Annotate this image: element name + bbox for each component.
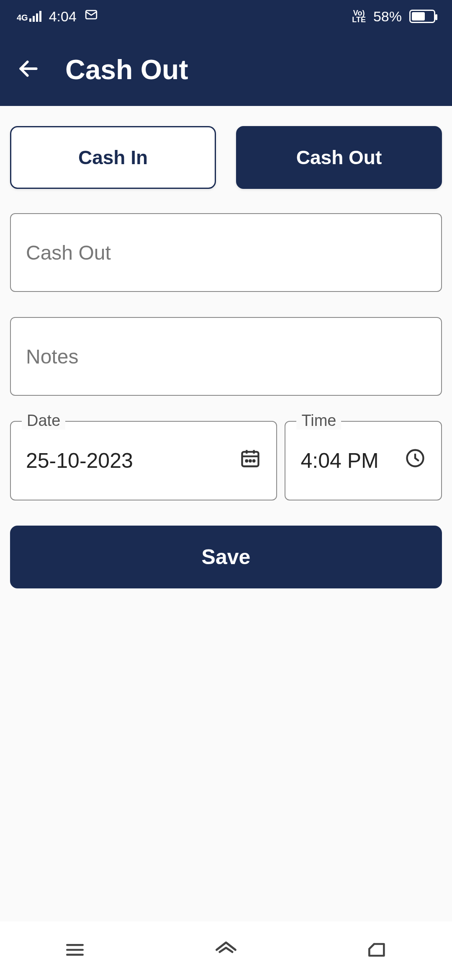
save-button[interactable]: Save xyxy=(10,526,442,588)
clock-icon xyxy=(404,447,426,474)
time-fieldset: Time 4:04 PM xyxy=(285,421,442,500)
calendar-icon xyxy=(239,447,261,474)
clock: 4:04 xyxy=(49,8,77,25)
svg-point-7 xyxy=(250,460,251,462)
amount-field-wrapper: Cash Out xyxy=(10,213,442,292)
date-time-row: Date 25-10-2023 Time 4:04 PM xyxy=(10,421,442,500)
notes-input[interactable]: Notes xyxy=(10,317,442,396)
date-value: 25-10-2023 xyxy=(26,449,133,473)
recent-apps-button[interactable] xyxy=(63,938,87,963)
notes-placeholder: Notes xyxy=(26,345,78,368)
date-input[interactable]: 25-10-2023 xyxy=(10,421,277,500)
home-button[interactable] xyxy=(213,937,239,964)
battery-icon xyxy=(409,10,435,23)
content-area: Cash In Cash Out Cash Out Notes Date 25-… xyxy=(0,106,452,588)
transaction-type-toggle: Cash In Cash Out xyxy=(10,126,442,189)
amount-input[interactable]: Cash Out xyxy=(10,213,442,292)
mail-icon xyxy=(84,8,98,25)
notes-field-wrapper: Notes xyxy=(10,317,442,396)
network-icon: 4G xyxy=(17,11,41,22)
back-nav-button[interactable] xyxy=(365,938,389,963)
date-label: Date xyxy=(22,412,65,430)
date-fieldset: Date 25-10-2023 xyxy=(10,421,277,500)
svg-point-6 xyxy=(246,460,247,462)
back-button[interactable] xyxy=(17,57,40,82)
cash-in-button[interactable]: Cash In xyxy=(10,126,216,189)
svg-rect-2 xyxy=(242,452,259,467)
page-title: Cash Out xyxy=(65,54,188,85)
system-nav-bar xyxy=(0,921,452,980)
status-bar: 4G 4:04 Vo) LTE 58% xyxy=(0,0,452,33)
time-input[interactable]: 4:04 PM xyxy=(285,421,442,500)
status-left: 4G 4:04 xyxy=(17,8,98,25)
status-right: Vo) LTE 58% xyxy=(352,8,435,25)
amount-placeholder: Cash Out xyxy=(26,241,111,264)
app-bar: Cash Out xyxy=(0,33,452,106)
svg-point-8 xyxy=(253,460,254,462)
time-label: Time xyxy=(296,412,341,430)
volte-icon: Vo) LTE xyxy=(352,10,366,23)
time-value: 4:04 PM xyxy=(300,449,378,473)
arrow-left-icon xyxy=(17,57,40,80)
cash-out-button[interactable]: Cash Out xyxy=(236,126,442,189)
battery-percent: 58% xyxy=(373,8,402,25)
